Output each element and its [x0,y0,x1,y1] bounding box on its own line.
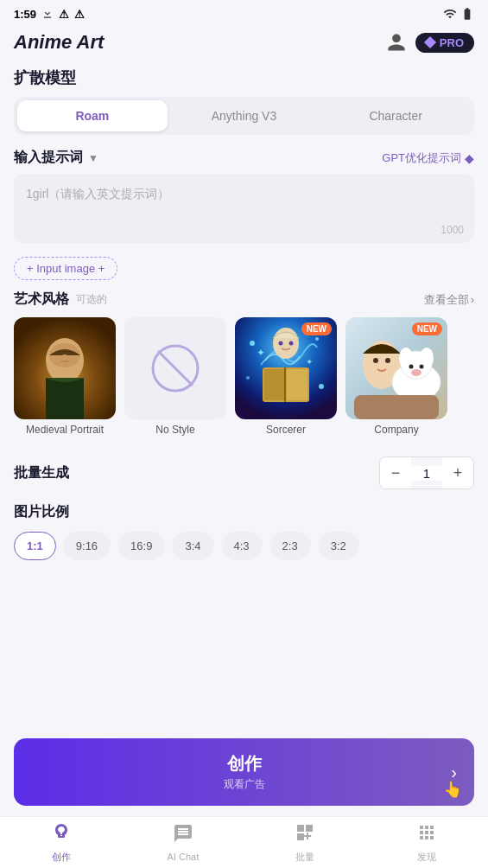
style-scroll: Medieval Portrait No Style [14,317,474,443]
new-badge-company: NEW [412,322,442,335]
style-title-group: 艺术风格 可选的 [14,290,107,309]
style-title: 艺术风格 [14,290,69,309]
nav-label-create: 创作 [52,851,71,864]
pro-label: PRO [440,36,464,49]
prompt-section: 输入提示词 ▼ GPT优化提示词 ◆ 1girl（请输入英文提示词） 1000 [0,149,488,250]
nav-item-ai-chat[interactable]: AI Chat [122,817,244,868]
style-img-no-style [124,317,226,419]
nav-item-create[interactable]: 创作 [0,817,122,868]
ratio-section: 图片比例 1:1 9:16 16:9 3:4 4:3 2:3 3:2 [0,489,488,560]
model-selector: Roam Anything V3 Character [0,97,488,149]
status-bar: 1:59 ⚠ ⚠ [0,0,488,28]
svg-point-9 [250,341,255,346]
style-optional: 可选的 [76,292,107,307]
style-name-sorcerer: Sorcerer [235,424,337,436]
ratio-3-4[interactable]: 3:4 [172,532,213,560]
style-card-no-style[interactable]: No Style [124,317,226,436]
quantity-increase-button[interactable]: + [442,457,473,488]
style-img-medieval [14,317,116,419]
quantity-control: − 1 + [379,456,474,489]
dropdown-arrow-icon[interactable]: ▼ [88,152,98,164]
grid-add-icon [295,822,315,848]
svg-point-18 [279,341,283,346]
battery-icon [460,7,474,21]
style-name-no-style: No Style [124,424,226,436]
quantity-value: 1 [411,466,442,481]
chevron-right-icon: › [471,293,474,306]
prompt-input-area[interactable]: 1girl（请输入英文提示词） 1000 [14,174,474,243]
ratio-4-3[interactable]: 4:3 [221,532,263,560]
style-header: 艺术风格 可选的 查看全部 › [14,290,474,309]
style-card-company[interactable]: NEW Company [345,317,447,436]
chat-icon [173,823,193,849]
header-right: PRO [386,32,474,53]
style-name-company: Company [345,424,447,436]
ratio-2-3[interactable]: 2:3 [269,532,311,560]
create-button-area: 创作 观看广告 › 👆 [0,728,488,816]
batch-title: 批量生成 [14,464,69,482]
ratio-3-2[interactable]: 3:2 [318,532,359,560]
style-card-sorcerer[interactable]: ✦ ✦ NEW Sorcerer [235,317,337,436]
svg-rect-14 [264,369,285,400]
svg-point-32 [411,369,421,376]
svg-point-31 [420,365,424,369]
svg-point-24 [373,358,378,363]
ratio-title: 图片比例 [14,503,474,521]
style-name-medieval: Medieval Portrait [14,424,116,436]
hand-cursor-icon: 👆 [443,780,462,799]
svg-text:✦: ✦ [306,357,313,367]
svg-text:✦: ✦ [257,347,265,359]
style-card-medieval[interactable]: Medieval Portrait [14,317,116,436]
style-img-company: NEW [345,317,447,419]
notification-icon: ⚠ [59,8,69,21]
prompt-header: 输入提示词 ▼ GPT优化提示词 ◆ [14,149,474,167]
create-button-label: 创作 [227,752,262,775]
svg-point-11 [246,376,250,380]
notification-icon2: ⚠ [74,8,85,21]
view-all-button[interactable]: 查看全部 › [424,292,474,308]
tab-character[interactable]: Character [320,100,471,131]
art-style-section: 艺术风格 可选的 查看全部 › [0,290,488,443]
user-icon[interactable] [386,32,407,53]
tab-roam[interactable]: Roam [17,100,168,131]
bulb-icon [51,822,72,848]
ratio-1-1[interactable]: 1:1 [14,532,56,560]
ratio-9-16[interactable]: 9:16 [63,532,111,560]
pro-badge[interactable]: PRO [415,33,474,53]
batch-section: 批量生成 − 1 + [0,443,488,489]
diffusion-title: 扩散模型 [0,61,488,97]
app-header: Anime Art PRO [0,28,488,61]
nav-item-discover[interactable]: 发现 [366,817,488,868]
view-all-text: 查看全部 [424,292,469,308]
svg-rect-15 [287,369,307,400]
gpt-diamond-icon: ◆ [465,151,474,165]
no-style-icon [149,342,201,394]
svg-rect-33 [354,395,439,419]
gpt-optimize-button[interactable]: GPT优化提示词 ◆ [382,150,474,166]
create-button[interactable]: 创作 观看广告 › 👆 [14,738,474,806]
svg-point-10 [315,337,319,341]
input-image-button[interactable]: + Input image + [14,257,117,280]
gpt-optimize-text: GPT优化提示词 [382,150,461,166]
app-title: Anime Art [14,31,104,54]
svg-point-30 [409,365,414,369]
char-count: 1000 [440,224,464,236]
nav-label-batch: 批量 [295,851,314,864]
prompt-label-text: 输入提示词 [14,149,83,167]
create-button-sublabel: 观看广告 [224,777,265,792]
svg-point-25 [385,358,390,363]
download-icon [41,8,54,20]
ratio-16-9[interactable]: 16:9 [117,532,165,560]
bottom-nav: 创作 AI Chat 批量 发现 [0,816,488,868]
wifi-icon [443,7,457,21]
prompt-placeholder: 1girl（请输入英文提示词） [26,187,169,201]
quantity-decrease-button[interactable]: − [380,457,411,488]
model-tabs: Roam Anything V3 Character [14,97,474,135]
nav-item-batch[interactable]: 批量 [244,817,366,868]
medieval-art [14,317,116,419]
ratio-options: 1:1 9:16 16:9 3:4 4:3 2:3 3:2 [14,532,474,560]
apps-icon [416,822,437,848]
tab-anything-v3[interactable]: Anything V3 [169,100,320,131]
style-img-sorcerer: ✦ ✦ NEW [235,317,337,419]
status-time: 1:59 ⚠ ⚠ [14,8,85,21]
